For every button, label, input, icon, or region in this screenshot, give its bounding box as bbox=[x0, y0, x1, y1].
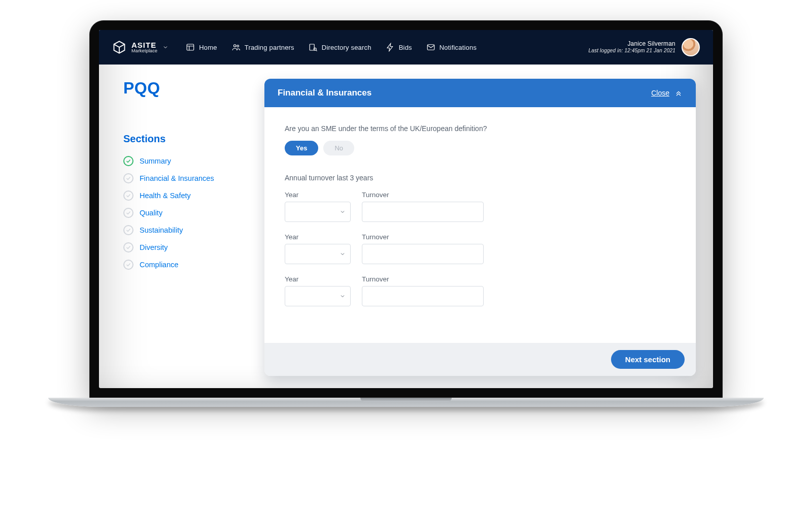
partners-icon bbox=[231, 43, 241, 52]
year-label: Year bbox=[285, 275, 351, 283]
user-name: Janice Silverman bbox=[588, 40, 675, 48]
sidebar-section-item[interactable]: Health & Safety bbox=[123, 190, 245, 201]
laptop-base bbox=[48, 398, 764, 407]
sidebar-section-item[interactable]: Quality bbox=[123, 208, 245, 218]
turnover-row: Year Turnover bbox=[285, 275, 675, 306]
nav-trading-partners[interactable]: Trading partners bbox=[231, 43, 294, 52]
turnover-row: Year Turnover bbox=[285, 191, 675, 222]
section-label: Diversity bbox=[140, 243, 168, 251]
last-login: Last logged in: 12:45pm 21 Jan 2021 bbox=[588, 48, 675, 54]
brand-name: ASITE bbox=[131, 41, 157, 49]
section-label: Quality bbox=[140, 209, 162, 217]
check-circle-icon bbox=[123, 173, 133, 183]
yes-button[interactable]: Yes bbox=[285, 141, 318, 155]
panel-title: Financial & Insurances bbox=[278, 88, 371, 98]
year-field: Year bbox=[285, 233, 351, 264]
close-label: Close bbox=[651, 89, 669, 97]
directory-search-icon bbox=[309, 43, 318, 52]
section-label: Sustainability bbox=[140, 226, 183, 234]
panel-footer: Next section bbox=[264, 343, 696, 376]
year-select[interactable] bbox=[285, 202, 351, 222]
turnover-label: Turnover bbox=[362, 233, 484, 241]
panel-header: Financial & Insurances Close bbox=[264, 79, 696, 107]
svg-rect-0 bbox=[187, 44, 194, 50]
nav-label: Directory search bbox=[322, 44, 371, 51]
sections-heading: Sections bbox=[123, 133, 245, 145]
nav-label: Notifications bbox=[439, 44, 477, 51]
home-icon bbox=[186, 43, 195, 52]
turnover-label: Turnover bbox=[362, 191, 484, 199]
year-label: Year bbox=[285, 233, 351, 241]
nav-bids[interactable]: Bids bbox=[386, 43, 412, 52]
nav-home[interactable]: Home bbox=[186, 43, 217, 52]
sidebar-section-item[interactable]: Summary bbox=[123, 156, 245, 166]
app-screen: ASITE Marketplace Home Trading partners … bbox=[99, 30, 713, 388]
year-field: Year bbox=[285, 191, 351, 222]
chevron-down-icon bbox=[162, 44, 168, 50]
close-button[interactable]: Close bbox=[651, 89, 683, 97]
turnover-row: Year Turnover bbox=[285, 233, 675, 264]
sidebar-section-item[interactable]: Financial & Insurances bbox=[123, 173, 245, 183]
brand[interactable]: ASITE Marketplace bbox=[112, 40, 168, 54]
turnover-rows: Year Turnover Year Turnover bbox=[285, 191, 675, 306]
collapse-icon bbox=[674, 89, 683, 97]
avatar[interactable] bbox=[682, 38, 700, 56]
no-button[interactable]: No bbox=[323, 141, 354, 155]
section-label: Compliance bbox=[140, 261, 179, 269]
nav-notifications[interactable]: Notifications bbox=[426, 43, 477, 52]
bids-icon bbox=[386, 43, 395, 52]
turnover-heading: Annual turnover last 3 years bbox=[285, 174, 675, 182]
brand-sub: Marketplace bbox=[131, 49, 157, 53]
user-box[interactable]: Janice Silverman Last logged in: 12:45pm… bbox=[588, 38, 700, 56]
content: PQQ Sections SummaryFinancial & Insuranc… bbox=[99, 65, 713, 388]
svg-rect-5 bbox=[427, 45, 434, 50]
turnover-field: Turnover bbox=[362, 191, 484, 222]
svg-point-1 bbox=[233, 45, 236, 47]
section-list: SummaryFinancial & InsurancesHealth & Sa… bbox=[123, 156, 245, 270]
page-title: PQQ bbox=[123, 79, 245, 98]
turnover-field: Turnover bbox=[362, 233, 484, 264]
next-section-button[interactable]: Next section bbox=[611, 350, 685, 369]
turnover-input[interactable] bbox=[362, 244, 484, 264]
check-circle-icon bbox=[123, 190, 133, 201]
turnover-input[interactable] bbox=[362, 202, 484, 222]
nav-label: Bids bbox=[399, 44, 412, 51]
check-circle-icon bbox=[123, 156, 133, 166]
mail-icon bbox=[426, 43, 435, 52]
turnover-input[interactable] bbox=[362, 286, 484, 306]
sidebar: PQQ Sections SummaryFinancial & Insuranc… bbox=[123, 79, 245, 376]
sidebar-section-item[interactable]: Sustainability bbox=[123, 225, 245, 235]
year-field: Year bbox=[285, 275, 351, 306]
check-circle-icon bbox=[123, 225, 133, 235]
check-circle-icon bbox=[123, 208, 133, 218]
laptop-mockup: ASITE Marketplace Home Trading partners … bbox=[89, 20, 723, 407]
sidebar-section-item[interactable]: Diversity bbox=[123, 242, 245, 252]
svg-point-2 bbox=[237, 45, 239, 47]
cube-logo-icon bbox=[112, 40, 126, 54]
year-label: Year bbox=[285, 191, 351, 199]
turnover-label: Turnover bbox=[362, 275, 484, 283]
section-label: Health & Safety bbox=[140, 192, 191, 200]
nav-label: Trading partners bbox=[245, 44, 294, 51]
sidebar-section-item[interactable]: Compliance bbox=[123, 260, 245, 270]
check-circle-icon bbox=[123, 260, 133, 270]
year-select[interactable] bbox=[285, 286, 351, 306]
panel-body: Are you an SME under the terms of the UK… bbox=[264, 107, 696, 343]
yes-no-group: Yes No bbox=[285, 141, 675, 155]
screen-bezel: ASITE Marketplace Home Trading partners … bbox=[89, 20, 723, 398]
nav-label: Home bbox=[199, 44, 217, 51]
section-label: Summary bbox=[140, 157, 171, 165]
check-circle-icon bbox=[123, 242, 133, 252]
turnover-field: Turnover bbox=[362, 275, 484, 306]
section-label: Financial & Insurances bbox=[140, 174, 214, 182]
year-select[interactable] bbox=[285, 244, 351, 264]
form-panel: Financial & Insurances Close Are you an … bbox=[264, 79, 696, 376]
top-nav: ASITE Marketplace Home Trading partners … bbox=[99, 30, 713, 65]
nav-directory-search[interactable]: Directory search bbox=[309, 43, 371, 52]
question-sme: Are you an SME under the terms of the UK… bbox=[285, 124, 675, 133]
